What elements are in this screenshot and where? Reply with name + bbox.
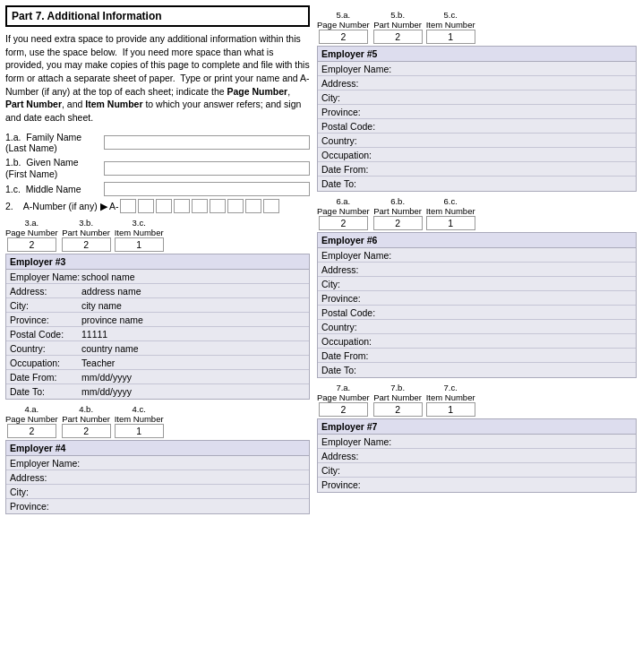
employer4-block: Employer #4 Employer Name: Address: City… (5, 440, 310, 514)
a-box-6[interactable] (210, 199, 226, 213)
section6-b-sublabel: Part Number (373, 206, 422, 216)
employer7-address-row: Address: (318, 449, 636, 463)
employer5-title: Employer #5 (318, 47, 636, 62)
section5-item-box[interactable]: 1 (426, 30, 475, 44)
section4-page-box[interactable]: 2 (7, 424, 56, 438)
section7-b-label: 7.b. (390, 383, 405, 392)
section4-c-label: 4.c. (132, 404, 145, 414)
section6-part-box[interactable]: 2 (373, 216, 423, 230)
employer3-name-label: Employer Name: (10, 271, 81, 282)
section6-item-box[interactable]: 1 (426, 216, 475, 230)
a-box-4[interactable] (174, 199, 190, 213)
section3-item-box[interactable]: 1 (115, 237, 164, 252)
section3-a-label: 3.a. (24, 218, 39, 228)
a-box-8[interactable] (245, 199, 261, 213)
employer3-dateto-value: mm/dd/yyyy (81, 386, 305, 397)
employer6-country-row: Country: (318, 320, 636, 334)
section6-b-label: 6.b. (390, 196, 405, 206)
section3-page-box[interactable]: 2 (7, 237, 56, 252)
employer4-province-label: Province: (10, 501, 81, 512)
section5-ppi-row: 5.a. Page Number 2 5.b. Part Number 2 5.… (317, 10, 637, 44)
employer5-address-row: Address: (318, 76, 636, 90)
employer4-province-row: Province: (6, 499, 309, 513)
section6-page-box[interactable]: 2 (319, 216, 368, 230)
employer3-city-row: City: city name (6, 298, 309, 313)
section6-c-label: 6.c. (443, 196, 457, 206)
section7-item-group: 7.c. Item Number 1 (426, 383, 475, 417)
a-number-label: 2. A-Number (if any) ▶ A- (5, 201, 118, 211)
family-name-label: 1.a. Family Name(Last Name) (5, 132, 104, 154)
employer3-dateto-row: Date To: mm/dd/yyyy (6, 384, 309, 399)
employer6-address-label: Address: (321, 264, 393, 275)
middle-name-row: 1.c. Middle Name (5, 182, 310, 196)
employer6-postal-row: Postal Code: (318, 306, 636, 320)
section3-part-group: 3.b. Part Number 2 (62, 218, 111, 252)
section4-part-box[interactable]: 2 (62, 424, 111, 438)
section7-c-label: 7.c. (443, 383, 457, 392)
employer7-city-row: City: (318, 463, 636, 478)
section3-ppi-row: 3.a. Page Number 2 3.b. Part Number 2 3.… (5, 218, 310, 252)
employer3-name-row: Employer Name: school name (6, 270, 309, 284)
middle-name-label: 1.c. Middle Name (5, 184, 104, 195)
section5-page-box[interactable]: 2 (319, 30, 368, 44)
a-number-boxes (120, 199, 279, 213)
employer6-datefrom-label: Date From: (321, 350, 393, 361)
given-name-input[interactable] (104, 161, 310, 176)
section4-item-group: 4.c. Item Number 1 (115, 404, 164, 438)
employer4-address-label: Address: (10, 472, 81, 483)
employer6-dateto-row: Date To: (318, 363, 636, 377)
employer5-city-row: City: (318, 90, 636, 105)
employer4-name-label: Employer Name: (10, 458, 81, 469)
employer7-name-row: Employer Name: (318, 435, 636, 449)
section7-a-label: 7.a. (336, 383, 350, 392)
a-box-5[interactable] (192, 199, 208, 213)
employer5-occupation-row: Occupation: (318, 148, 636, 162)
employer3-province-row: Province: province name (6, 313, 309, 327)
section5-part-box[interactable]: 2 (373, 30, 423, 44)
section6-c-sublabel: Item Number (426, 206, 475, 216)
section3-page-group: 3.a. Page Number 2 (5, 218, 58, 252)
a-box-7[interactable] (227, 199, 244, 213)
instructions-text: If you need extra space to provide any a… (5, 32, 310, 125)
section4-ppi-row: 4.a. Page Number 2 4.b. Part Number 2 4.… (5, 404, 310, 438)
employer3-datefrom-value: mm/dd/yyyy (81, 372, 305, 383)
employer7-block: Employer #7 Employer Name: Address: City… (317, 418, 637, 493)
employer6-datefrom-row: Date From: (318, 349, 636, 363)
section4-b-sublabel: Part Number (62, 414, 110, 424)
a-box-1[interactable] (120, 199, 136, 213)
section7-part-group: 7.b. Part Number 2 (373, 383, 423, 417)
employer4-title: Employer #4 (6, 441, 309, 456)
employer6-name-row: Employer Name: (318, 248, 636, 263)
employer5-datefrom-label: Date From: (321, 164, 393, 175)
section4-item-box[interactable]: 1 (115, 424, 164, 438)
a-box-2[interactable] (138, 199, 154, 213)
section4-c-sublabel: Item Number (115, 414, 164, 424)
section4-page-group: 4.a. Page Number 2 (5, 404, 58, 438)
section7-page-group: 7.a. Page Number 2 (317, 383, 370, 417)
employer6-name-label: Employer Name: (321, 250, 393, 261)
section5-a-label: 5.a. (336, 10, 350, 20)
section5-b-sublabel: Part Number (373, 20, 422, 30)
section3-c-sublabel: Item Number (115, 228, 164, 237)
family-name-input[interactable] (104, 135, 310, 150)
section3-part-box[interactable]: 2 (62, 237, 111, 252)
employer3-dateto-label: Date To: (10, 386, 81, 397)
employer3-name-value: school name (81, 271, 305, 282)
section7-part-box[interactable]: 2 (373, 402, 423, 417)
employer3-city-label: City: (10, 300, 81, 311)
employer5-dateto-row: Date To: (318, 177, 636, 191)
section7-page-box[interactable]: 2 (319, 402, 368, 417)
employer5-postal-label: Postal Code: (321, 121, 393, 132)
employer6-occupation-row: Occupation: (318, 334, 636, 349)
employer3-block: Employer #3 Employer Name: school name A… (5, 254, 310, 400)
section7-item-box[interactable]: 1 (426, 402, 475, 417)
employer3-address-label: Address: (10, 286, 81, 297)
employer4-city-label: City: (10, 487, 81, 497)
employer6-address-row: Address: (318, 263, 636, 277)
section3-b-label: 3.b. (79, 218, 93, 228)
section6-page-group: 6.a. Page Number 2 (317, 196, 370, 230)
a-box-9[interactable] (263, 199, 279, 213)
middle-name-input[interactable] (104, 182, 310, 196)
employer6-dateto-label: Date To: (321, 365, 393, 375)
a-box-3[interactable] (156, 199, 172, 213)
